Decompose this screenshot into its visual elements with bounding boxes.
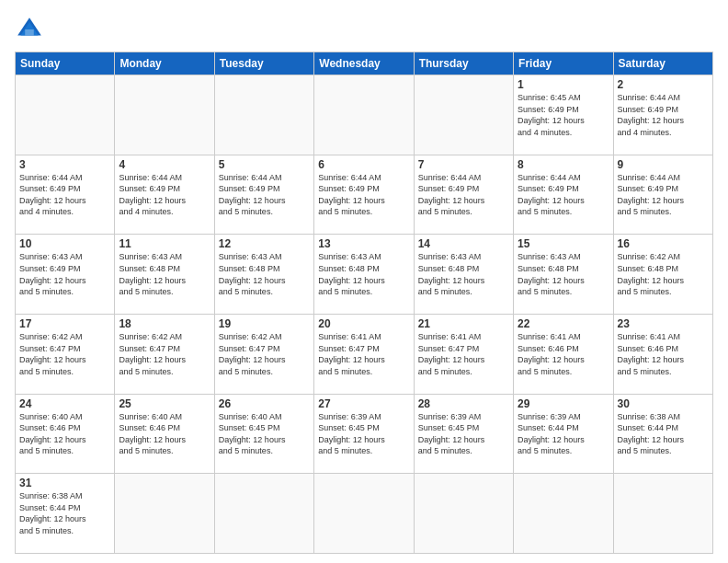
day-info: Sunrise: 6:44 AM Sunset: 6:49 PM Dayligh…: [219, 173, 286, 217]
calendar-cell: 29Sunrise: 6:39 AM Sunset: 6:44 PM Dayli…: [514, 394, 613, 474]
calendar-cell: 8Sunrise: 6:44 AM Sunset: 6:49 PM Daylig…: [514, 155, 613, 235]
day-number: 21: [418, 317, 509, 330]
calendar-cell: 23Sunrise: 6:41 AM Sunset: 6:46 PM Dayli…: [613, 314, 712, 394]
calendar-cell: 27Sunrise: 6:39 AM Sunset: 6:45 PM Dayli…: [314, 394, 414, 474]
day-number: 4: [119, 158, 210, 171]
calendar-cell: 9Sunrise: 6:44 AM Sunset: 6:49 PM Daylig…: [613, 155, 712, 235]
week-row-5: 31Sunrise: 6:38 AM Sunset: 6:44 PM Dayli…: [16, 474, 713, 554]
day-info: Sunrise: 6:40 AM Sunset: 6:46 PM Dayligh…: [19, 412, 86, 456]
day-number: 14: [418, 237, 509, 250]
calendar-cell: 26Sunrise: 6:40 AM Sunset: 6:45 PM Dayli…: [214, 394, 313, 474]
day-number: 31: [19, 477, 110, 489]
calendar-cell: 31Sunrise: 6:38 AM Sunset: 6:44 PM Dayli…: [16, 474, 115, 554]
day-number: 12: [219, 237, 310, 250]
week-row-2: 10Sunrise: 6:43 AM Sunset: 6:49 PM Dayli…: [16, 235, 713, 315]
day-number: 28: [418, 397, 509, 410]
day-info: Sunrise: 6:41 AM Sunset: 6:47 PM Dayligh…: [318, 332, 385, 376]
calendar-cell: 5Sunrise: 6:44 AM Sunset: 6:49 PM Daylig…: [214, 155, 313, 235]
calendar-cell: 30Sunrise: 6:38 AM Sunset: 6:44 PM Dayli…: [613, 394, 712, 474]
day-number: 18: [119, 317, 210, 330]
calendar-cell: [314, 474, 414, 554]
day-number: 16: [618, 237, 709, 250]
day-number: 1: [518, 78, 609, 91]
day-info: Sunrise: 6:43 AM Sunset: 6:48 PM Dayligh…: [219, 252, 286, 296]
week-row-3: 17Sunrise: 6:42 AM Sunset: 6:47 PM Dayli…: [16, 314, 713, 394]
day-number: 20: [318, 317, 409, 330]
calendar-cell: [214, 474, 313, 554]
calendar-cell: 6Sunrise: 6:44 AM Sunset: 6:49 PM Daylig…: [314, 155, 414, 235]
calendar-cell: [613, 474, 712, 554]
calendar-cell: 19Sunrise: 6:42 AM Sunset: 6:47 PM Dayli…: [214, 314, 313, 394]
calendar-cell: 11Sunrise: 6:43 AM Sunset: 6:48 PM Dayli…: [115, 235, 214, 315]
day-number: 11: [119, 237, 210, 250]
day-info: Sunrise: 6:38 AM Sunset: 6:44 PM Dayligh…: [618, 412, 685, 456]
day-info: Sunrise: 6:43 AM Sunset: 6:48 PM Dayligh…: [418, 252, 485, 296]
day-info: Sunrise: 6:44 AM Sunset: 6:49 PM Dayligh…: [19, 173, 86, 217]
svg-rect-2: [25, 29, 34, 35]
day-number: 29: [518, 397, 609, 410]
day-info: Sunrise: 6:41 AM Sunset: 6:47 PM Dayligh…: [418, 332, 485, 376]
calendar-cell: 16Sunrise: 6:42 AM Sunset: 6:48 PM Dayli…: [613, 235, 712, 315]
weekday-header-sunday: Sunday: [16, 52, 115, 75]
day-number: 9: [618, 158, 709, 171]
calendar-cell: 7Sunrise: 6:44 AM Sunset: 6:49 PM Daylig…: [414, 155, 513, 235]
day-info: Sunrise: 6:41 AM Sunset: 6:46 PM Dayligh…: [518, 332, 585, 376]
calendar-cell: 25Sunrise: 6:40 AM Sunset: 6:46 PM Dayli…: [115, 394, 214, 474]
calendar-cell: [115, 474, 214, 554]
day-number: 26: [219, 397, 310, 410]
week-row-4: 24Sunrise: 6:40 AM Sunset: 6:46 PM Dayli…: [16, 394, 713, 474]
calendar-cell: [314, 75, 414, 155]
day-info: Sunrise: 6:43 AM Sunset: 6:49 PM Dayligh…: [19, 252, 86, 296]
calendar-cell: [214, 75, 313, 155]
day-number: 17: [19, 317, 110, 330]
calendar-cell: [514, 474, 613, 554]
day-info: Sunrise: 6:42 AM Sunset: 6:47 PM Dayligh…: [219, 332, 286, 376]
day-info: Sunrise: 6:38 AM Sunset: 6:44 PM Dayligh…: [19, 491, 86, 535]
day-number: 19: [219, 317, 310, 330]
day-number: 7: [418, 158, 509, 171]
day-info: Sunrise: 6:42 AM Sunset: 6:47 PM Dayligh…: [119, 332, 186, 376]
day-info: Sunrise: 6:44 AM Sunset: 6:49 PM Dayligh…: [418, 173, 485, 217]
calendar-cell: 21Sunrise: 6:41 AM Sunset: 6:47 PM Dayli…: [414, 314, 513, 394]
day-info: Sunrise: 6:39 AM Sunset: 6:45 PM Dayligh…: [418, 412, 485, 456]
calendar-cell: 4Sunrise: 6:44 AM Sunset: 6:49 PM Daylig…: [115, 155, 214, 235]
logo: [15, 15, 48, 44]
day-number: 10: [19, 237, 110, 250]
day-info: Sunrise: 6:39 AM Sunset: 6:44 PM Dayligh…: [518, 412, 585, 456]
calendar-cell: 1Sunrise: 6:45 AM Sunset: 6:49 PM Daylig…: [514, 75, 613, 155]
weekday-header-monday: Monday: [115, 52, 214, 75]
calendar-cell: 15Sunrise: 6:43 AM Sunset: 6:48 PM Dayli…: [514, 235, 613, 315]
calendar-cell: [414, 75, 513, 155]
day-info: Sunrise: 6:40 AM Sunset: 6:46 PM Dayligh…: [119, 412, 186, 456]
weekday-header-friday: Friday: [514, 52, 613, 75]
weekday-header-wednesday: Wednesday: [314, 52, 414, 75]
day-number: 8: [518, 158, 609, 171]
day-info: Sunrise: 6:44 AM Sunset: 6:49 PM Dayligh…: [618, 93, 685, 137]
day-info: Sunrise: 6:43 AM Sunset: 6:48 PM Dayligh…: [318, 252, 385, 296]
calendar-cell: [115, 75, 214, 155]
day-info: Sunrise: 6:44 AM Sunset: 6:49 PM Dayligh…: [318, 173, 385, 217]
day-number: 27: [318, 397, 409, 410]
day-info: Sunrise: 6:43 AM Sunset: 6:48 PM Dayligh…: [119, 252, 186, 296]
week-row-0: 1Sunrise: 6:45 AM Sunset: 6:49 PM Daylig…: [16, 75, 713, 155]
calendar-cell: 14Sunrise: 6:43 AM Sunset: 6:48 PM Dayli…: [414, 235, 513, 315]
calendar-table: SundayMondayTuesdayWednesdayThursdayFrid…: [15, 52, 713, 554]
calendar-cell: 28Sunrise: 6:39 AM Sunset: 6:45 PM Dayli…: [414, 394, 513, 474]
day-info: Sunrise: 6:45 AM Sunset: 6:49 PM Dayligh…: [518, 93, 585, 137]
week-row-1: 3Sunrise: 6:44 AM Sunset: 6:49 PM Daylig…: [16, 155, 713, 235]
day-info: Sunrise: 6:44 AM Sunset: 6:49 PM Dayligh…: [119, 173, 186, 217]
calendar-cell: [414, 474, 513, 554]
weekday-header-thursday: Thursday: [414, 52, 513, 75]
day-info: Sunrise: 6:42 AM Sunset: 6:47 PM Dayligh…: [19, 332, 86, 376]
calendar-page: SundayMondayTuesdayWednesdayThursdayFrid…: [0, 0, 728, 563]
day-info: Sunrise: 6:42 AM Sunset: 6:48 PM Dayligh…: [618, 252, 685, 296]
day-info: Sunrise: 6:41 AM Sunset: 6:46 PM Dayligh…: [618, 332, 685, 376]
day-number: 13: [318, 237, 409, 250]
day-number: 25: [119, 397, 210, 410]
calendar-cell: 24Sunrise: 6:40 AM Sunset: 6:46 PM Dayli…: [16, 394, 115, 474]
day-number: 15: [518, 237, 609, 250]
calendar-cell: 2Sunrise: 6:44 AM Sunset: 6:49 PM Daylig…: [613, 75, 712, 155]
day-info: Sunrise: 6:43 AM Sunset: 6:48 PM Dayligh…: [518, 252, 585, 296]
day-info: Sunrise: 6:44 AM Sunset: 6:49 PM Dayligh…: [618, 173, 685, 217]
calendar-cell: 12Sunrise: 6:43 AM Sunset: 6:48 PM Dayli…: [214, 235, 313, 315]
